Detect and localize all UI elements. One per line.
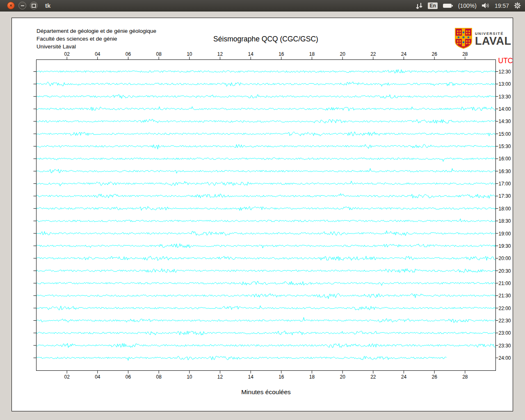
- utc-time-label: 14:00: [499, 106, 511, 112]
- seismo-trace: [37, 281, 496, 285]
- seismo-trace: [37, 69, 496, 73]
- x-tick-label-top: 18: [309, 51, 315, 57]
- seismo-trace: [37, 169, 496, 173]
- seismo-trace: [37, 194, 496, 199]
- close-button[interactable]: ×: [7, 2, 15, 9]
- x-tick-label-bottom: 10: [187, 374, 192, 380]
- utc-time-label: 24:00: [499, 355, 511, 361]
- x-tick-label-top: 20: [340, 51, 345, 57]
- seismo-trace: [37, 269, 496, 273]
- seismo-trace: [37, 356, 447, 361]
- volume-icon[interactable]: [482, 2, 490, 9]
- utc-time-label: 20:00: [499, 256, 511, 261]
- seismo-trace: [37, 132, 496, 136]
- x-tick-label-top: 16: [278, 51, 284, 57]
- x-tick-label-top: 22: [370, 51, 376, 57]
- seismo-trace: [37, 181, 496, 186]
- x-axis-label: Minutes écoulées: [241, 388, 291, 395]
- utc-time-label: 15:30: [499, 144, 511, 149]
- seismo-trace: [37, 306, 496, 310]
- x-tick-label-top: 06: [126, 51, 131, 57]
- window-controls: ×: [0, 2, 38, 9]
- utc-time-label: 18:30: [499, 218, 511, 224]
- seismo-trace: [37, 331, 496, 336]
- utc-time-label: 19:00: [499, 231, 511, 237]
- utc-axis-title: UTC: [498, 57, 513, 65]
- minimize-icon: [21, 5, 24, 6]
- seismo-trace: [37, 317, 496, 323]
- x-tick-label-bottom: 04: [95, 374, 100, 380]
- x-tick-label-bottom: 06: [126, 374, 131, 380]
- utc-time-label: 16:00: [499, 156, 511, 162]
- x-tick-label-bottom: 08: [156, 374, 162, 380]
- utc-time-label: 21:30: [499, 293, 511, 299]
- seismo-trace: [37, 94, 496, 98]
- utc-time-label: 14:30: [499, 119, 511, 124]
- x-tick-label-top: 28: [462, 51, 468, 57]
- x-tick-label-bottom: 16: [278, 374, 284, 380]
- session-gear-icon[interactable]: [514, 2, 521, 9]
- maximize-button[interactable]: [30, 2, 38, 9]
- seismo-trace: [37, 206, 496, 210]
- minimize-button[interactable]: [18, 2, 26, 9]
- utc-time-label: 22:00: [499, 306, 511, 311]
- x-tick-label-top: 26: [431, 51, 437, 57]
- x-tick-label-top: 04: [95, 51, 100, 57]
- utc-time-label: 21:00: [499, 281, 511, 286]
- x-tick-label-bottom: 18: [309, 374, 315, 380]
- x-tick-label-bottom: 02: [64, 374, 70, 380]
- seismo-trace: [37, 293, 496, 299]
- seismo-trace: [37, 119, 496, 123]
- top-panel: × tk En (100%): [0, 0, 525, 11]
- plot-border: [37, 60, 496, 371]
- utc-time-label: 17:30: [499, 193, 511, 199]
- x-tick-label-bottom: 26: [431, 374, 437, 380]
- battery-percent[interactable]: (100%): [458, 2, 477, 9]
- x-tick-label-top: 02: [64, 51, 70, 57]
- utc-time-label: 23:00: [499, 330, 511, 336]
- utc-time-label: 13:30: [499, 94, 511, 100]
- utc-time-label: 22:30: [499, 318, 511, 324]
- x-tick-label-bottom: 12: [217, 374, 223, 380]
- seismo-trace: [37, 343, 496, 348]
- seismo-trace: [37, 107, 496, 111]
- battery-icon[interactable]: [443, 3, 453, 9]
- x-tick-label-bottom: 24: [401, 374, 407, 380]
- x-tick-label-top: 12: [217, 51, 223, 57]
- x-tick-label-bottom: 28: [462, 374, 468, 380]
- seismo-trace: [37, 231, 496, 235]
- x-tick-label-bottom: 22: [370, 374, 376, 380]
- indicator-area: En (100%) 19:57: [415, 2, 525, 9]
- utc-time-label: 13:00: [499, 81, 511, 87]
- utc-time-label: 16:30: [499, 169, 511, 174]
- utc-time-label: 23:30: [499, 343, 511, 349]
- x-tick-label-bottom: 20: [340, 374, 345, 380]
- utc-time-label: 15:00: [499, 131, 511, 137]
- seismo-trace: [37, 244, 496, 248]
- clock[interactable]: 19:57: [495, 2, 509, 9]
- utc-time-label: 17:00: [499, 181, 511, 187]
- x-tick-label-top: 14: [248, 51, 253, 57]
- seismo-trace: [37, 82, 496, 86]
- x-tick-label-bottom: 14: [248, 374, 253, 380]
- utc-time-label: 19:30: [499, 243, 511, 249]
- network-sync-icon[interactable]: [415, 2, 423, 9]
- seismo-trace: [37, 144, 496, 149]
- utc-time-label: 12:30: [499, 69, 511, 75]
- seismogram-chart: 0202040406060808101012121414161618182020…: [12, 18, 513, 411]
- x-tick-label-top: 10: [187, 51, 192, 57]
- x-tick-label-top: 24: [401, 51, 407, 57]
- utc-time-label: 18:00: [499, 206, 511, 212]
- seismo-trace: [37, 219, 496, 222]
- seismo-trace: [37, 256, 496, 260]
- tk-window: Département de géologie et de génie géol…: [11, 18, 513, 411]
- maximize-icon: [32, 4, 36, 8]
- keyboard-layout-indicator[interactable]: En: [428, 2, 437, 9]
- utc-time-label: 20:30: [499, 268, 511, 274]
- window-title: tk: [45, 2, 50, 9]
- close-icon: ×: [9, 3, 12, 8]
- seismo-trace: [37, 158, 496, 162]
- x-tick-label-top: 08: [156, 51, 162, 57]
- desktop: { "panel": { "window_title": "tk", "keyb…: [0, 0, 525, 420]
